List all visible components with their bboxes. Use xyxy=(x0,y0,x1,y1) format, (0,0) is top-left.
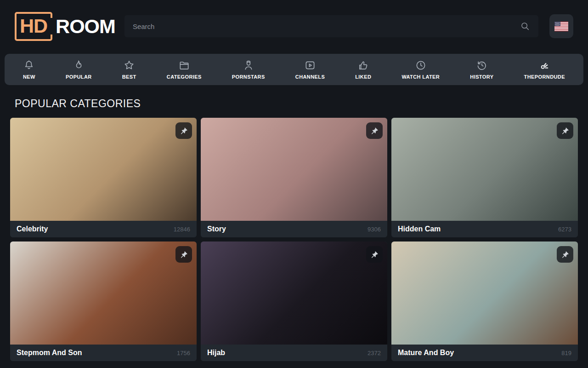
pin-button[interactable] xyxy=(175,246,192,263)
nav-label: NEW xyxy=(23,74,35,80)
nav-label: LIKED xyxy=(355,74,371,80)
category-card-mature-and-boy[interactable]: Mature And Boy 819 xyxy=(391,242,578,361)
nav-label: CHANNELS xyxy=(295,74,325,80)
category-count: 6273 xyxy=(558,226,571,233)
thumbnail-placeholder xyxy=(10,242,197,345)
pushpin-icon xyxy=(561,126,570,135)
nav-label: HISTORY xyxy=(470,74,493,80)
category-name: Celebrity xyxy=(17,225,48,233)
nav-label: BEST xyxy=(122,74,136,80)
search-icon[interactable] xyxy=(520,21,530,31)
nav-label: POPULAR xyxy=(66,74,92,80)
category-count: 9306 xyxy=(368,226,381,233)
main-nav: NEW POPULAR BEST CATEGORIES PORNSTARS xyxy=(5,54,583,85)
nav-item-theporndude[interactable]: THEPORNDUDE xyxy=(521,54,568,85)
search-input[interactable] xyxy=(133,23,520,30)
category-name: Hijab xyxy=(207,349,225,357)
category-grid: Celebrity 12846 Story 9306 xyxy=(10,118,578,361)
pushpin-icon xyxy=(370,126,379,135)
page-title: POPULAR CATEGORIES xyxy=(15,98,573,110)
folder-icon xyxy=(178,59,190,71)
nav-item-pornstars[interactable]: PORNSTARS xyxy=(229,54,268,85)
category-name: Mature And Boy xyxy=(398,349,454,357)
person-icon xyxy=(243,59,254,71)
clock-icon xyxy=(415,59,427,71)
play-video-icon xyxy=(304,59,316,71)
nav-label: CATEGORIES xyxy=(167,74,202,80)
category-card-stepmom-and-son[interactable]: Stepmom And Son 1756 xyxy=(10,242,197,361)
nav-item-new[interactable]: NEW xyxy=(20,54,38,85)
card-footer: Hijab 2372 xyxy=(201,345,387,361)
category-card-story[interactable]: Story 9306 xyxy=(201,118,387,237)
thumbs-up-icon xyxy=(357,59,369,71)
pushpin-icon xyxy=(180,250,188,259)
pin-button[interactable] xyxy=(366,122,383,139)
history-icon xyxy=(476,59,488,71)
nav-item-best[interactable]: BEST xyxy=(119,54,139,85)
category-name: Story xyxy=(207,225,226,233)
category-count: 12846 xyxy=(174,226,190,233)
category-count: 2372 xyxy=(368,350,381,356)
header: HD ROOM xyxy=(0,0,588,52)
pushpin-icon xyxy=(561,250,570,259)
flame-icon xyxy=(73,59,85,71)
nav-item-history[interactable]: HISTORY xyxy=(467,54,496,85)
nav-item-categories[interactable]: CATEGORIES xyxy=(164,54,204,85)
category-name: Hidden Cam xyxy=(398,225,441,233)
pin-button[interactable] xyxy=(557,246,573,263)
logo-hd-text: HD xyxy=(20,15,47,37)
bell-icon xyxy=(23,59,35,71)
category-count: 1756 xyxy=(177,350,190,356)
card-footer: Story 9306 xyxy=(201,221,387,237)
nav-item-channels[interactable]: CHANNELS xyxy=(293,54,328,85)
pin-button[interactable] xyxy=(557,122,573,139)
star-icon xyxy=(123,59,135,71)
us-flag-icon xyxy=(554,22,568,31)
nav-item-popular[interactable]: POPULAR xyxy=(63,54,95,85)
category-card-celebrity[interactable]: Celebrity 12846 xyxy=(10,118,197,237)
logo-bracket: HD xyxy=(15,12,52,41)
pushpin-icon xyxy=(370,250,379,259)
category-name: Stepmom And Son xyxy=(17,349,82,357)
nav-label: PORNSTARS xyxy=(232,74,265,80)
card-footer: Celebrity 12846 xyxy=(10,221,197,237)
nav-label: THEPORNDUDE xyxy=(524,74,565,80)
main-content: POPULAR CATEGORIES Celebrity 12846 xyxy=(0,98,588,361)
pin-button[interactable] xyxy=(366,246,383,263)
nav-label: WATCH LATER xyxy=(401,74,440,80)
nav-item-liked[interactable]: LIKED xyxy=(352,54,374,85)
card-footer: Mature And Boy 819 xyxy=(391,345,578,361)
card-footer: Hidden Cam 6273 xyxy=(391,221,578,237)
thumbnail-placeholder xyxy=(391,242,578,345)
thumbnail-placeholder xyxy=(201,118,387,221)
card-footer: Stepmom And Son 1756 xyxy=(10,345,197,361)
category-count: 819 xyxy=(561,350,571,356)
thumbnail-placeholder xyxy=(10,118,197,221)
brand-logo[interactable]: HD ROOM xyxy=(15,12,115,41)
thumbnail-placeholder xyxy=(391,118,578,221)
category-card-hijab[interactable]: Hijab 2372 xyxy=(201,242,387,361)
logo-room-text: ROOM xyxy=(56,15,115,38)
thumbnail-placeholder xyxy=(201,242,387,345)
pushpin-icon xyxy=(180,126,188,135)
search-bar[interactable] xyxy=(124,15,538,37)
pin-button[interactable] xyxy=(175,122,192,139)
ok-hand-icon xyxy=(538,59,550,71)
category-card-hidden-cam[interactable]: Hidden Cam 6273 xyxy=(391,118,578,237)
nav-item-watch-later[interactable]: WATCH LATER xyxy=(399,54,442,85)
language-button[interactable] xyxy=(549,14,573,38)
